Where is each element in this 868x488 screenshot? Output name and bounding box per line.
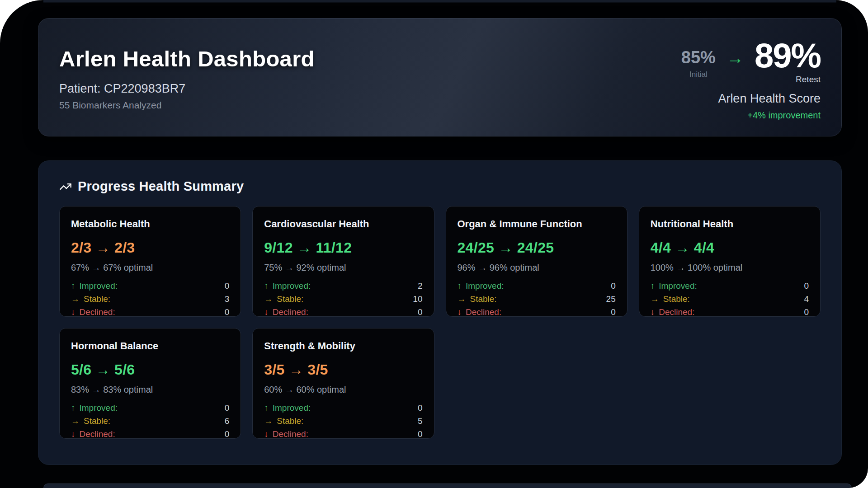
stat-arrow-icon: ↓ [264, 429, 269, 439]
stat-value: 25 [606, 294, 616, 304]
retest-score: 89% Retest [755, 38, 821, 84]
stat-value: 0 [225, 281, 230, 291]
retest-score-label: Retest [796, 75, 821, 84]
stat-value: 5 [418, 416, 423, 426]
category-score: 4/4 → 4/4 [651, 239, 809, 256]
stat-arrow-icon: ↓ [458, 307, 462, 317]
category-title: Cardiovascular Health [264, 218, 422, 230]
previous-card-bottom-edge [43, 0, 836, 3]
stat-arrow-icon: ↓ [71, 307, 75, 317]
category-rows: ↑ Improved: 0 → Stable: 5 ↓ Declined: 0 [264, 403, 422, 439]
stat-arrow-icon: → [264, 416, 273, 426]
category-rows: ↑ Improved: 2 → Stable: 10 ↓ Declined: 0 [264, 281, 422, 317]
category-title: Organ & Immune Function [458, 218, 616, 230]
stat-value: 0 [611, 281, 616, 291]
stat-arrow-icon: ↑ [651, 281, 655, 291]
stat-label: Declined: [80, 429, 115, 439]
summary-title: Progress Health Summary [78, 179, 244, 194]
stat-value: 0 [611, 307, 616, 317]
category-score: 9/12 → 11/12 [264, 239, 422, 256]
category-card: Hormonal Balance 5/6 → 5/6 83% → 83% opt… [59, 328, 241, 439]
stat-value: 0 [804, 281, 809, 291]
stat-label: Stable: [663, 294, 690, 304]
improved-row: ↑ Improved: 0 [71, 403, 229, 413]
category-rows: ↑ Improved: 0 → Stable: 3 ↓ Declined: 0 [71, 281, 229, 317]
initial-score-value: 85% [681, 48, 716, 67]
category-card: Strength & Mobility 3/5 → 3/5 60% → 60% … [252, 328, 434, 439]
stat-label: Declined: [659, 307, 694, 317]
stat-value: 4 [804, 294, 809, 304]
declined-row: ↓ Declined: 0 [71, 429, 229, 439]
category-optimal: 67% → 67% optimal [71, 263, 229, 273]
stat-label: Declined: [80, 307, 115, 317]
stat-arrow-icon: → [264, 294, 273, 304]
stat-value: 0 [225, 307, 230, 317]
stable-row: → Stable: 25 [458, 294, 616, 304]
category-card: Nutritional Health 4/4 → 4/4 100% → 100%… [639, 206, 821, 317]
category-score: 2/3 → 2/3 [71, 239, 229, 256]
improved-row: ↑ Improved: 0 [651, 281, 809, 291]
stat-arrow-icon: ↑ [71, 281, 75, 291]
stat-arrow-icon: ↓ [651, 307, 655, 317]
declined-row: ↓ Declined: 0 [651, 307, 809, 317]
stat-arrow-icon: ↑ [264, 281, 269, 291]
stat-arrow-icon: ↑ [264, 403, 269, 413]
improved-row: ↑ Improved: 0 [458, 281, 616, 291]
category-score: 3/5 → 3/5 [264, 361, 422, 378]
category-optimal: 60% → 60% optimal [264, 385, 422, 395]
header-left: Arlen Health Dashboard Patient: CP220983… [59, 47, 315, 136]
category-optimal: 83% → 83% optimal [71, 385, 229, 395]
stable-row: → Stable: 10 [264, 294, 422, 304]
summary-header: Progress Health Summary [59, 179, 821, 194]
category-score: 24/25 → 24/25 [458, 239, 616, 256]
arrow-right-icon: → [726, 48, 744, 68]
trending-up-icon [59, 180, 72, 193]
page-title: Arlen Health Dashboard [59, 47, 315, 71]
stat-label: Declined: [273, 429, 308, 439]
biomarkers-count: 55 Biomarkers Analyzed [59, 100, 315, 111]
declined-row: ↓ Declined: 0 [71, 307, 229, 317]
stat-label: Improved: [80, 403, 118, 413]
dashboard-header-card: Arlen Health Dashboard Patient: CP220983… [38, 18, 842, 136]
category-rows: ↑ Improved: 0 → Stable: 25 ↓ Declined: 0 [458, 281, 616, 317]
progress-summary-panel: Progress Health Summary Metabolic Health… [38, 160, 842, 465]
stat-value: 2 [418, 281, 423, 291]
stat-value: 0 [804, 307, 809, 317]
declined-row: ↓ Declined: 0 [458, 307, 616, 317]
declined-row: ↓ Declined: 0 [264, 307, 422, 317]
improvement-badge: +4% improvement [747, 110, 821, 121]
stat-label: Stable: [470, 294, 497, 304]
category-rows: ↑ Improved: 0 → Stable: 6 ↓ Declined: 0 [71, 403, 229, 439]
stat-arrow-icon: → [458, 294, 466, 304]
stable-row: → Stable: 5 [264, 416, 422, 426]
stat-value: 0 [225, 429, 230, 439]
stat-label: Stable: [277, 416, 303, 426]
stat-arrow-icon: → [651, 294, 659, 304]
stat-label: Stable: [277, 294, 303, 304]
stat-arrow-icon: → [71, 294, 80, 304]
stat-label: Improved: [80, 281, 118, 291]
category-optimal: 75% → 92% optimal [264, 263, 422, 273]
stat-arrow-icon: ↑ [71, 403, 75, 413]
initial-score: 85% Initial [681, 48, 716, 79]
category-rows: ↑ Improved: 0 → Stable: 4 ↓ Declined: 0 [651, 281, 809, 317]
stat-value: 6 [225, 416, 230, 426]
initial-score-label: Initial [689, 70, 708, 79]
stat-value: 0 [418, 429, 423, 439]
score-comparison-row: 85% Initial → 89% Retest [681, 38, 821, 84]
stat-label: Improved: [273, 403, 311, 413]
category-card: Metabolic Health 2/3 → 2/3 67% → 67% opt… [59, 206, 241, 317]
stat-value: 3 [225, 294, 230, 304]
summary-cards-grid: Metabolic Health 2/3 → 2/3 67% → 67% opt… [59, 206, 821, 439]
stat-label: Improved: [466, 281, 504, 291]
health-score-label: Arlen Health Score [718, 92, 821, 106]
stat-label: Declined: [273, 307, 308, 317]
category-title: Hormonal Balance [71, 340, 229, 352]
stat-value: 0 [418, 307, 423, 317]
stable-row: → Stable: 4 [651, 294, 809, 304]
stable-row: → Stable: 6 [71, 416, 229, 426]
patient-id: Patient: CP220983BR7 [59, 82, 315, 96]
stat-arrow-icon: ↓ [71, 429, 75, 439]
app-shell: Arlen Health Dashboard Patient: CP220983… [0, 0, 868, 488]
category-card: Cardiovascular Health 9/12 → 11/12 75% →… [252, 206, 434, 317]
